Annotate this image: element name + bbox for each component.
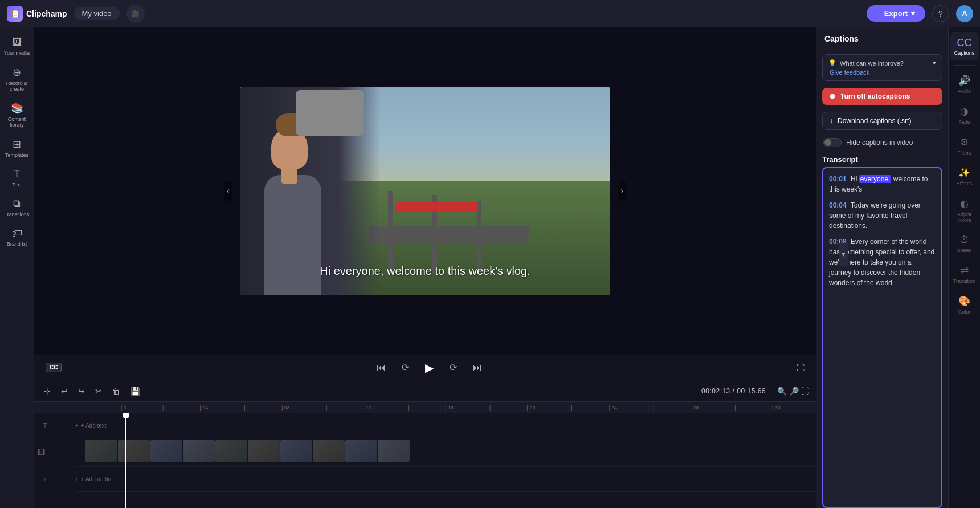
- add-text-button[interactable]: + + Add text: [75, 422, 107, 429]
- forward-5-button[interactable]: ⟳: [446, 360, 460, 375]
- left-sidebar: 🖼 Your media ⊕ Record & create 📚 Content…: [0, 27, 34, 508]
- timeline-redo-button[interactable]: ↪: [75, 385, 88, 397]
- far-sidebar-item-adjust-colors[interactable]: ◐ Adjust colors: [950, 193, 979, 227]
- download-captions-button[interactable]: ↓ Download captions (.srt): [822, 112, 942, 130]
- far-sidebar-item-audio[interactable]: 🔊 Audio: [950, 70, 979, 99]
- transcript-entry-1: 00:01 Hi everyone, welcome to this week'…: [829, 174, 936, 194]
- record-icon: ⏺: [829, 92, 836, 100]
- sidebar-label-your-media: Your media: [4, 50, 30, 56]
- video-arrow-left-button[interactable]: ‹: [224, 181, 232, 201]
- feedback-box: 💡 What can we improve? ▾ Give feedback: [822, 54, 942, 81]
- transcript-header: Transcript: [822, 155, 942, 164]
- cam-icon[interactable]: 🎥: [126, 5, 145, 23]
- film-strip: [85, 440, 410, 465]
- export-chevron-icon: ▾: [911, 9, 915, 18]
- zoom-in-button[interactable]: 🔎: [789, 387, 799, 396]
- far-sidebar-filters-label: Filters: [957, 150, 971, 156]
- transitions-icon: ⧉: [13, 198, 21, 210]
- timeline-delete-button[interactable]: 🗑: [109, 385, 123, 397]
- far-sidebar-item-filters[interactable]: ⚙ Filters: [950, 132, 979, 160]
- user-avatar[interactable]: A: [956, 5, 973, 22]
- film-frame-10: [378, 440, 410, 462]
- center-area: 16:9 ‹: [34, 27, 816, 508]
- sidebar-item-brand-kit[interactable]: 🏷 Brand kit: [2, 223, 32, 251]
- app-name: Clipchamp: [26, 9, 67, 18]
- timeline-area: ⊹ ↩ ↪ ✂ 🗑 💾 00:02.13 / 00:15.66 🔍 🔎 ⛶: [34, 380, 816, 508]
- speed-icon: ⏱: [959, 234, 969, 246]
- far-sidebar-fade-label: Fade: [958, 119, 970, 125]
- skip-back-button[interactable]: ⏮: [373, 360, 389, 375]
- timeline-toolbar: ⊹ ↩ ↪ ✂ 🗑 💾 00:02.13 / 00:15.66 🔍 🔎 ⛶: [34, 380, 816, 402]
- fade-icon: ◑: [960, 105, 969, 117]
- text-icon: T: [14, 168, 20, 180]
- audio-track-label: ♪: [40, 476, 75, 482]
- fullscreen-button[interactable]: ⛶: [797, 363, 805, 372]
- add-audio-button[interactable]: + + Add audio: [75, 476, 111, 482]
- video-track-label: 🎞: [34, 448, 75, 457]
- chevron-down-icon: ▾: [933, 59, 936, 67]
- app-logo[interactable]: 📋 Clipchamp: [7, 6, 67, 22]
- rewind-5-button[interactable]: ⟳: [398, 360, 413, 375]
- sidebar-item-content-library[interactable]: 📚 Content library: [2, 97, 32, 132]
- video-caption-overlay: Hi everyone, welcome to this week's vlog…: [320, 265, 530, 278]
- record-icon: ⊕: [13, 66, 21, 79]
- give-feedback-link[interactable]: Give feedback: [828, 69, 936, 76]
- far-sidebar-adjust-label: Adjust colors: [953, 212, 977, 223]
- far-sidebar-item-captions[interactable]: CC Captions: [950, 32, 979, 60]
- transcript-section: Transcript 00:01 Hi everyone, welcome to…: [822, 155, 942, 508]
- timeline-current-time: 00:02.13 / 00:15.66: [701, 387, 766, 395]
- sidebar-label-transitions: Transitions: [5, 212, 30, 217]
- text-track-row: T + + Add text: [75, 413, 816, 438]
- play-button[interactable]: ▶: [422, 359, 437, 377]
- zoom-out-button[interactable]: 🔍: [777, 387, 787, 396]
- sidebar-divider: [954, 65, 975, 66]
- far-sidebar-item-speed[interactable]: ⏱ Speed: [950, 230, 979, 258]
- far-sidebar-item-effects[interactable]: ✨ Effects: [950, 162, 979, 191]
- sidebar-label-record-create: Record & create: [4, 80, 30, 92]
- timeline-undo-button[interactable]: ↩: [58, 385, 71, 397]
- brand-icon: 🏷: [12, 227, 22, 239]
- far-sidebar-item-transition[interactable]: ⇌ Transition: [950, 260, 979, 288]
- transcript-box[interactable]: 00:01 Hi everyone, welcome to this week'…: [822, 167, 942, 508]
- timeline-save-button[interactable]: 💾: [128, 385, 143, 397]
- sidebar-item-record-create[interactable]: ⊕ Record & create: [2, 62, 32, 96]
- sidebar-label-text: Text: [12, 182, 22, 188]
- playhead[interactable]: [125, 413, 126, 508]
- video-scene: Hi everyone, welcome to this week's vlog…: [240, 87, 610, 295]
- autocaption-label: Turn off autocaptions: [840, 92, 910, 100]
- hide-captions-label: Hide captions in video: [846, 139, 913, 147]
- main-area: 🖼 Your media ⊕ Record & create 📚 Content…: [0, 27, 980, 508]
- sidebar-label-content-library: Content library: [4, 116, 30, 128]
- feedback-dropdown[interactable]: 💡 What can we improve? ▾: [828, 59, 936, 67]
- captions-cc-icon: CC: [957, 37, 972, 49]
- video-preview-area: 16:9 ‹: [34, 27, 816, 355]
- timeline-select-tool[interactable]: ⊹: [41, 385, 54, 397]
- far-sidebar-item-fade[interactable]: ◑ Fade: [950, 101, 979, 129]
- transition-icon: ⇌: [961, 265, 969, 277]
- timeline-cut-button[interactable]: ✂: [92, 385, 105, 397]
- sidebar-item-transitions[interactable]: ⧉ Transitions: [2, 193, 32, 222]
- highlight-text: everyone,: [859, 175, 892, 183]
- export-button[interactable]: ↑ Export ▾: [867, 5, 925, 22]
- film-frame-7: [280, 440, 312, 462]
- export-label: Export: [884, 9, 908, 18]
- film-frame-4: [183, 440, 215, 462]
- video-title[interactable]: My video: [74, 7, 120, 20]
- video-thumbnail: Hi everyone, welcome to this week's vlog…: [240, 87, 610, 295]
- film-frame-1: [85, 440, 117, 462]
- sidebar-item-your-media[interactable]: 🖼 Your media: [2, 32, 32, 60]
- help-button[interactable]: ?: [932, 5, 949, 22]
- closed-caption-button[interactable]: CC: [46, 363, 62, 372]
- hide-captions-row: Hide captions in video: [816, 133, 948, 152]
- far-sidebar-item-color[interactable]: 🎨 Color: [950, 291, 979, 319]
- sidebar-item-templates[interactable]: ⊞ Templates: [2, 133, 32, 162]
- hide-captions-toggle[interactable]: [823, 138, 842, 147]
- templates-icon: ⊞: [13, 138, 21, 151]
- video-arrow-right-button[interactable]: ›: [618, 181, 626, 201]
- video-container: 16:9 ‹: [240, 87, 610, 295]
- timeline-expand-button[interactable]: ⛶: [801, 387, 809, 396]
- skip-forward-button[interactable]: ⏭: [469, 360, 485, 375]
- sidebar-item-text[interactable]: T Text: [2, 164, 32, 192]
- turn-off-autocaptions-button[interactable]: ⏺ Turn off autocaptions: [822, 88, 942, 105]
- film-frame-5: [215, 440, 247, 462]
